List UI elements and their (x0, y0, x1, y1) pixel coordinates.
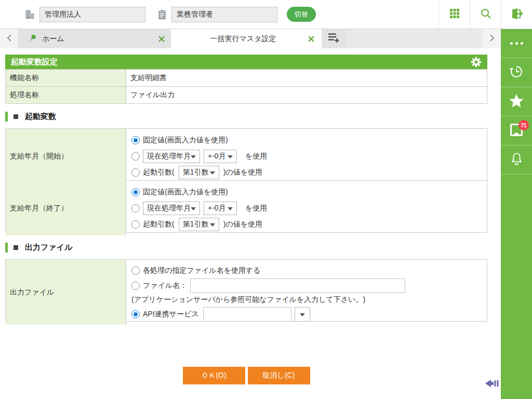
function-name-value: 支給明細書 (126, 70, 487, 86)
fixed-option-label: 固定値(画面入力値を使用) (143, 188, 228, 197)
vars-section-title: 起動変数 (25, 112, 56, 122)
arg-dropdown-value: 第1引数 (183, 168, 209, 177)
star-icon (509, 94, 524, 110)
chevron-left-icon (6, 34, 12, 44)
arg-suffix-label: )の値を使用 (223, 220, 262, 229)
ok-button[interactable]: ＯＫ(O) (183, 367, 245, 384)
chevron-down-icon (210, 223, 215, 227)
start-arg-radio[interactable] (131, 168, 140, 177)
role-field-group (157, 7, 277, 22)
info-table: 機能名称 支給明細書 処理名称 ファイル出力 (5, 69, 487, 104)
more-menu-button[interactable] (501, 29, 532, 58)
api-service-dropdown-button[interactable] (295, 307, 310, 322)
start-month-dropdown[interactable]: 現在処理年月 (143, 150, 200, 163)
tabs-scroll-right-button[interactable] (483, 29, 501, 48)
output-section-header: 出力ファイル (5, 243, 487, 252)
more-dots-icon (510, 42, 523, 45)
end-offset-dropdown[interactable]: +-0月 (204, 202, 237, 215)
apps-grid-button[interactable] (438, 0, 470, 29)
table-row: 支給年月（終了） 固定値(画面入力値を使用) 現在処理年月 (6, 181, 487, 233)
building-icon (24, 9, 35, 20)
search-button[interactable] (470, 0, 501, 29)
filename-input[interactable] (190, 278, 405, 293)
tab-bar: ホーム 一括実行マスタ設定 (0, 29, 501, 48)
tab-home-label: ホーム (42, 34, 64, 44)
each-filename-radio[interactable] (131, 267, 140, 275)
end-month-label: 支給年月（終了） (6, 181, 126, 235)
company-input[interactable] (39, 7, 145, 22)
launch-arg-option: 起動引数( 第1引数 )の値を使用 (131, 216, 262, 232)
table-row: 支給年月（開始） 固定値(画面入力値を使用) 現在処理年月 (6, 129, 487, 181)
favorites-button[interactable] (501, 87, 532, 116)
end-month-dropdown[interactable]: 現在処理年月 (143, 202, 200, 215)
alerts-button[interactable] (501, 145, 532, 175)
start-current-month-radio[interactable] (131, 152, 140, 161)
notifications-button[interactable]: 71 (501, 116, 532, 145)
settings-gear-icon[interactable] (471, 57, 482, 68)
start-fixed-radio[interactable] (131, 136, 140, 144)
output-section-title: 出力ファイル (25, 243, 72, 252)
end-arg-dropdown[interactable]: 第1引数 (179, 218, 219, 231)
section-accent-bar (5, 243, 8, 252)
api-service-input[interactable] (203, 307, 291, 322)
main-content: 起動変数設定 (0, 48, 501, 399)
tab-strip-filler (347, 29, 483, 48)
app-window: 切替 (0, 0, 532, 399)
arg-dropdown-value: 第1引数 (183, 220, 209, 229)
cancel-button[interactable]: 取消し(C) (248, 367, 310, 384)
function-name-label: 機能名称 (6, 70, 126, 86)
start-arg-dropdown[interactable]: 第1引数 (179, 166, 219, 179)
add-tab-icon (328, 32, 340, 45)
each-filename-label: 各処理の指定ファイル名を使用する (143, 266, 261, 275)
action-buttons: ＯＫ(O) 取消し(C) (5, 367, 487, 384)
end-fixed-radio[interactable] (131, 188, 140, 196)
start-month-label: 支給年月（開始） (6, 129, 126, 183)
apps-grid-icon (448, 7, 461, 22)
history-button[interactable] (501, 58, 532, 87)
chevron-down-icon (300, 313, 305, 316)
month-dropdown-value: 現在処理年月 (147, 204, 191, 213)
tab-home-close-icon[interactable] (158, 36, 165, 42)
end-current-month-radio[interactable] (131, 204, 140, 212)
vars-table: 支給年月（開始） 固定値(画面入力値を使用) 現在処理年月 (5, 128, 487, 233)
fixed-value-option: 固定値(画面入力値を使用) (131, 184, 228, 200)
launch-arg-option: 起動引数( 第1引数 )の値を使用 (131, 164, 262, 180)
section-accent-bar (5, 112, 8, 122)
role-input[interactable] (171, 7, 277, 22)
collapse-panel-arrow-icon[interactable] (485, 378, 500, 391)
offset-dropdown-value: +-0月 (208, 152, 226, 161)
chevron-down-icon (228, 155, 233, 158)
logout-button[interactable] (501, 0, 532, 29)
vars-section-header: 起動変数 (5, 112, 487, 122)
table-row: 処理名称 ファイル出力 (6, 87, 487, 104)
new-tab-button[interactable] (322, 29, 347, 48)
output-table: 出力ファイル 各処理の指定ファイル名を使用する ファイル名： (アプリケーション… (5, 259, 487, 322)
tabs-scroll-left-button[interactable] (0, 29, 18, 48)
use-each-filename-option: 各処理の指定ファイル名を使用する (131, 263, 261, 278)
switch-button[interactable]: 切替 (287, 7, 316, 22)
end-arg-radio[interactable] (131, 220, 140, 229)
table-row: 機能名称 支給明細書 (6, 70, 487, 87)
chevron-down-icon (191, 155, 196, 158)
table-row: 出力ファイル 各処理の指定ファイル名を使用する ファイル名： (アプリケーション… (6, 260, 487, 322)
tab-home[interactable]: ホーム (18, 29, 171, 48)
start-offset-dropdown[interactable]: +-0月 (204, 150, 237, 163)
logout-icon (510, 7, 524, 22)
section-square-bullet (14, 114, 18, 119)
chevron-down-icon (228, 207, 233, 210)
arg-suffix-label: )の値を使用 (223, 168, 262, 177)
chevron-down-icon (191, 207, 196, 210)
history-clock-icon (508, 63, 525, 82)
process-name-label: 処理名称 (6, 87, 126, 103)
chevron-down-icon (210, 171, 215, 175)
api-service-label: API連携サービス (143, 310, 199, 319)
api-service-radio[interactable] (131, 310, 140, 318)
use-suffix-label: を使用 (245, 204, 267, 213)
end-month-options: 固定値(画面入力値を使用) 現在処理年月 +-0月 (126, 181, 487, 235)
filename-radio[interactable] (131, 282, 140, 290)
current-month-option: 現在処理年月 +-0月 を使用 (131, 148, 267, 164)
arg-prefix-label: 起動引数( (143, 220, 175, 229)
fixed-option-label: 固定値(画面入力値を使用) (143, 136, 228, 145)
tab-batch-master[interactable]: 一括実行マスタ設定 (171, 29, 322, 48)
tab-batch-master-close-icon[interactable] (308, 36, 314, 42)
